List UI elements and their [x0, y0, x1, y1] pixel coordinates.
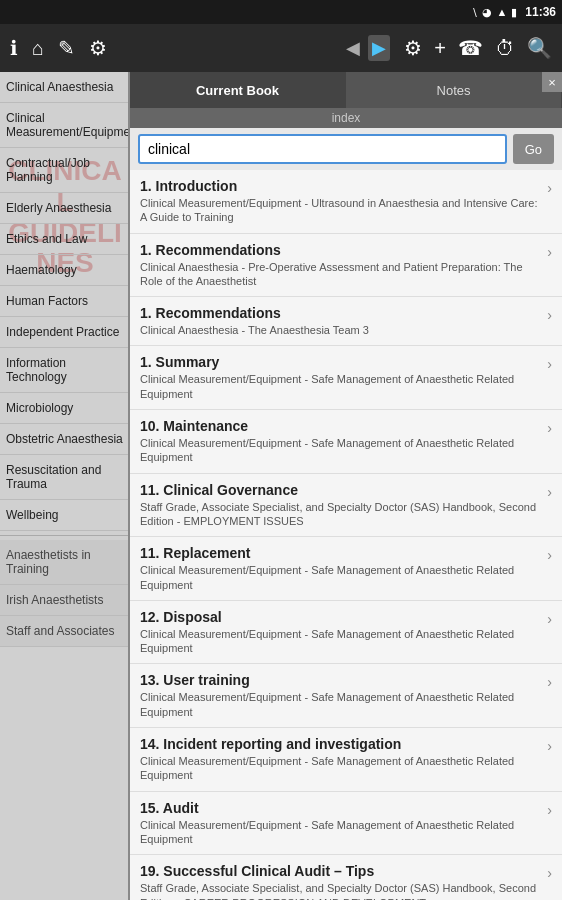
clock-icon[interactable]: ⏱	[495, 37, 515, 60]
sidebar-item-wellbeing[interactable]: Wellbeing	[0, 500, 130, 531]
result-subtitle: Clinical Measurement/Equipment - Safe Ma…	[140, 818, 541, 847]
result-item[interactable]: 1. Summary Clinical Measurement/Equipmen…	[130, 346, 562, 410]
result-subtitle: Clinical Measurement/Equipment - Safe Ma…	[140, 563, 541, 592]
result-item[interactable]: 19. Successful Clinical Audit – Tips Sta…	[130, 855, 562, 900]
chevron-right-icon: ›	[547, 611, 552, 627]
result-content: 11. Clinical Governance Staff Grade, Ass…	[140, 482, 541, 529]
chevron-right-icon: ›	[547, 802, 552, 818]
index-label: index	[130, 108, 562, 128]
result-content: 14. Incident reporting and investigation…	[140, 736, 541, 783]
result-title: 1. Summary	[140, 354, 541, 370]
result-item[interactable]: 1. Recommendations Clinical Anaesthesia …	[130, 297, 562, 346]
result-content: 19. Successful Clinical Audit – Tips Sta…	[140, 863, 541, 900]
sidebar-item-obstetric[interactable]: Obstetric Anaesthesia	[0, 424, 130, 455]
sidebar-item-human-factors[interactable]: Human Factors	[0, 286, 130, 317]
result-subtitle: Clinical Measurement/Equipment - Safe Ma…	[140, 436, 541, 465]
plus-icon[interactable]: +	[434, 37, 446, 60]
result-subtitle: Clinical Measurement/Equipment - Safe Ma…	[140, 690, 541, 719]
tab-notes[interactable]: Notes	[346, 72, 562, 108]
result-item[interactable]: 1. Recommendations Clinical Anaesthesia …	[130, 234, 562, 298]
sidebar: CLINICAL GUIDELINES Clinical Anaesthesia…	[0, 72, 130, 900]
sidebar-item-anaesthetists-training[interactable]: Anaesthetists in Training	[0, 540, 130, 585]
overlay-tabs: Current Book Notes	[130, 72, 562, 108]
results-list: 1. Introduction Clinical Measurement/Equ…	[130, 170, 562, 900]
result-title: 11. Replacement	[140, 545, 541, 561]
result-title: 14. Incident reporting and investigation	[140, 736, 541, 752]
battery-icon: ▮	[511, 6, 517, 19]
settings-icon[interactable]: ⚙	[89, 36, 107, 60]
result-title: 15. Audit	[140, 800, 541, 816]
bluetooth-icon: ∖	[471, 6, 478, 19]
chevron-right-icon: ›	[547, 356, 552, 372]
result-subtitle: Clinical Measurement/Equipment - Safe Ma…	[140, 372, 541, 401]
result-content: 1. Summary Clinical Measurement/Equipmen…	[140, 354, 541, 401]
sidebar-divider	[0, 535, 130, 536]
toolbar: ℹ ⌂ ✎ ⚙ ◀ ▶ ⚙ + ☎ ⏱ 🔍	[0, 24, 562, 72]
result-subtitle: Clinical Measurement/Equipment - Safe Ma…	[140, 627, 541, 656]
result-item[interactable]: 14. Incident reporting and investigation…	[130, 728, 562, 792]
edit-icon[interactable]: ✎	[58, 36, 75, 60]
chevron-right-icon: ›	[547, 865, 552, 881]
info-icon[interactable]: ℹ	[10, 36, 18, 60]
result-content: 1. Recommendations Clinical Anaesthesia …	[140, 305, 541, 337]
chevron-right-icon: ›	[547, 547, 552, 563]
phone-icon[interactable]: ☎	[458, 36, 483, 60]
main-area: CLINICAL GUIDELINES Clinical Anaesthesia…	[0, 72, 562, 900]
overlay-panel: × Current Book Notes index Go 1. Introdu…	[128, 72, 562, 900]
result-title: 1. Recommendations	[140, 305, 541, 321]
result-content: 1. Recommendations Clinical Anaesthesia …	[140, 242, 541, 289]
sidebar-item-information[interactable]: Information Technology	[0, 348, 130, 393]
sidebar-item-microbiology[interactable]: Microbiology	[0, 393, 130, 424]
sidebar-item-irish[interactable]: Irish Anaesthetists	[0, 585, 130, 616]
toolbar-right: ⚙ + ☎ ⏱ 🔍	[404, 36, 552, 60]
sidebar-item-contractual[interactable]: Contractual/Job Planning	[0, 148, 130, 193]
search-bar: Go	[130, 128, 562, 170]
status-bar: ∖ ◕ ▲ ▮ 11:36	[0, 0, 562, 24]
result-content: 12. Disposal Clinical Measurement/Equipm…	[140, 609, 541, 656]
result-content: 1. Introduction Clinical Measurement/Equ…	[140, 178, 541, 225]
overlay-close-button[interactable]: ×	[542, 72, 562, 92]
gear-icon[interactable]: ⚙	[404, 36, 422, 60]
nav-back-button[interactable]: ◀	[342, 35, 364, 61]
result-item[interactable]: 12. Disposal Clinical Measurement/Equipm…	[130, 601, 562, 665]
result-item[interactable]: 1. Introduction Clinical Measurement/Equ…	[130, 170, 562, 234]
result-content: 15. Audit Clinical Measurement/Equipment…	[140, 800, 541, 847]
sidebar-item-staff[interactable]: Staff and Associates	[0, 616, 130, 647]
result-subtitle: Clinical Measurement/Equipment - Ultraso…	[140, 196, 541, 225]
chevron-right-icon: ›	[547, 484, 552, 500]
home-icon[interactable]: ⌂	[32, 37, 44, 60]
sidebar-item-independent[interactable]: Independent Practice	[0, 317, 130, 348]
result-subtitle: Clinical Anaesthesia - Pre-Operative Ass…	[140, 260, 541, 289]
sidebar-item-clinical-measurement[interactable]: Clinical Measurement/Equipment	[0, 103, 130, 148]
result-title: 1. Introduction	[140, 178, 541, 194]
sidebar-item-clinical-anaesthesia[interactable]: Clinical Anaesthesia	[0, 72, 130, 103]
sidebar-item-resuscitation[interactable]: Resuscitation and Trauma	[0, 455, 130, 500]
search-input[interactable]	[138, 134, 507, 164]
result-subtitle: Clinical Anaesthesia - The Anaesthesia T…	[140, 323, 541, 337]
chevron-right-icon: ›	[547, 420, 552, 436]
sidebar-item-elderly[interactable]: Elderly Anaesthesia	[0, 193, 130, 224]
result-item[interactable]: 13. User training Clinical Measurement/E…	[130, 664, 562, 728]
sidebar-item-ethics[interactable]: Ethics and Law	[0, 224, 130, 255]
tab-current-book[interactable]: Current Book	[130, 72, 346, 108]
result-title: 1. Recommendations	[140, 242, 541, 258]
result-item[interactable]: 11. Replacement Clinical Measurement/Equ…	[130, 537, 562, 601]
nav-forward-button[interactable]: ▶	[368, 35, 390, 61]
nav-arrows: ◀ ▶	[342, 35, 390, 61]
result-item[interactable]: 11. Clinical Governance Staff Grade, Ass…	[130, 474, 562, 538]
chevron-right-icon: ›	[547, 180, 552, 196]
result-content: 13. User training Clinical Measurement/E…	[140, 672, 541, 719]
result-subtitle: Clinical Measurement/Equipment - Safe Ma…	[140, 754, 541, 783]
search-icon[interactable]: 🔍	[527, 36, 552, 60]
result-title: 10. Maintenance	[140, 418, 541, 434]
result-subtitle: Staff Grade, Associate Specialist, and S…	[140, 881, 541, 900]
wifi-icon: ◕	[482, 6, 492, 19]
result-title: 19. Successful Clinical Audit – Tips	[140, 863, 541, 879]
result-item[interactable]: 10. Maintenance Clinical Measurement/Equ…	[130, 410, 562, 474]
go-button[interactable]: Go	[513, 134, 554, 164]
result-item[interactable]: 15. Audit Clinical Measurement/Equipment…	[130, 792, 562, 856]
chevron-right-icon: ›	[547, 738, 552, 754]
sidebar-item-haematology[interactable]: Haematology	[0, 255, 130, 286]
chevron-right-icon: ›	[547, 244, 552, 260]
result-title: 12. Disposal	[140, 609, 541, 625]
